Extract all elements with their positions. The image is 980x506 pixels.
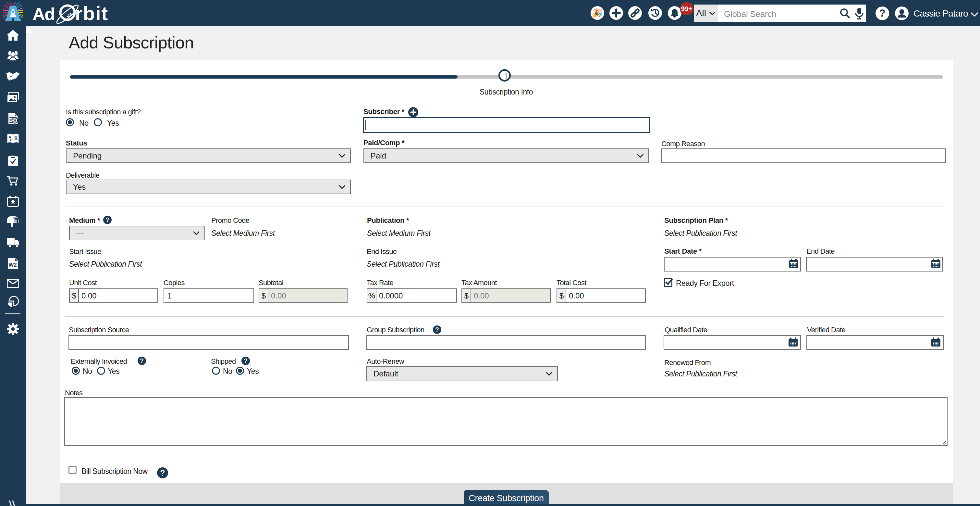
svg-text:P: P <box>10 138 12 142</box>
svg-text:$: $ <box>13 118 16 123</box>
svg-text:Ad: Ad <box>32 4 54 24</box>
svg-text:W2: W2 <box>8 262 17 268</box>
svg-text:$: $ <box>14 136 18 142</box>
svg-text:rbit: rbit <box>75 3 108 24</box>
